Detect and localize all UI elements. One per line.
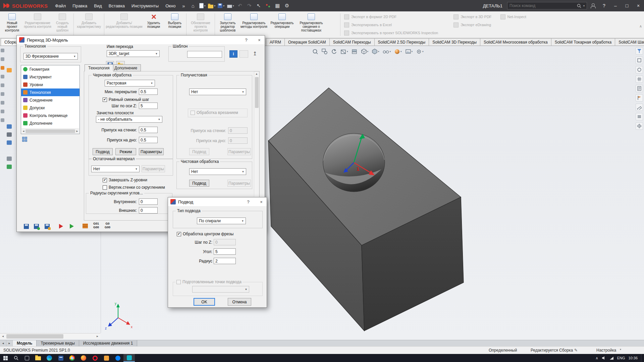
dialog-help-button[interactable]: ?	[241, 36, 252, 44]
search-input[interactable]	[509, 3, 575, 8]
ribbon-edit-inspection-project[interactable]: Редактирование проекта контроля	[23, 12, 52, 37]
combo-arrow-icon[interactable]: ▾	[149, 81, 155, 85]
prepared-points-checkbox[interactable]: Подготовленные точки подвода	[175, 280, 243, 284]
ribbon-update-project[interactable]: Обновление проекта контроля	[187, 12, 214, 37]
info-button[interactable]: i	[229, 50, 237, 58]
taskbar-edge[interactable]	[44, 354, 55, 362]
rest-material-combo[interactable]: Нет▾	[91, 166, 140, 172]
taskbar-file-explorer[interactable]	[32, 354, 44, 362]
combo-arrow-icon[interactable]: ▾	[240, 90, 246, 94]
outer-radius-input[interactable]	[139, 207, 158, 214]
hide-show-items-button[interactable]: ▾	[382, 48, 392, 56]
footer-save-calc-button[interactable]	[32, 223, 40, 230]
roughing-strategy-combo[interactable]: Растровая▾	[105, 80, 155, 86]
maximize-button[interactable]: □	[621, 0, 633, 11]
wall-offset-input[interactable]	[139, 127, 158, 133]
tool-flag-button[interactable]	[636, 94, 643, 102]
tree-item-link[interactable]: Соединение	[21, 96, 79, 104]
combo-arrow-icon[interactable]: ▾	[72, 55, 77, 58]
footer-gcode-button[interactable]	[81, 222, 89, 230]
vertical-walls-checkbox[interactable]: Вертик.стенки со скруглением	[103, 185, 165, 190]
combo-arrow-icon[interactable]: ▾	[156, 118, 162, 121]
ribbon-new-inspection-project[interactable]: Новый проект контроля	[1, 12, 23, 37]
pin-menu-icon[interactable]: »	[179, 1, 188, 10]
start-button[interactable]	[0, 354, 11, 362]
center-milling-checkbox[interactable]: ✔Обработка центром фрезы	[177, 232, 233, 236]
view-orientation-button[interactable]: ▾	[360, 48, 370, 56]
dialog-title-bar[interactable]: Переход 3D-Модель ? ×	[17, 36, 265, 44]
equal-step-checkbox[interactable]: ✔Равный смежный шаг	[103, 97, 149, 102]
home-button[interactable]: ⌂	[189, 1, 197, 10]
options-button[interactable]: ⚙	[282, 1, 291, 10]
menu-file[interactable]: Файл	[52, 0, 69, 11]
checkbox-unchecked-icon[interactable]	[191, 111, 195, 115]
print-button[interactable]: ▾	[226, 1, 235, 10]
tool-layers-button[interactable]	[636, 113, 643, 120]
checkbox-unchecked-icon[interactable]	[176, 280, 181, 284]
dialog-tab-misc[interactable]: Дополнение	[111, 64, 141, 71]
tab-solidcam-templates[interactable]: SolidCAM Шабло	[615, 38, 644, 46]
prepared-points-combo[interactable]: ▾	[192, 286, 249, 293]
display-style-button[interactable]: ▾	[371, 48, 380, 56]
feature-tree-item-icon[interactable]	[7, 157, 12, 161]
ribbon-collapse-icon[interactable]: ∧	[639, 24, 642, 28]
dynamic-slice-button[interactable]	[351, 48, 359, 56]
template-field[interactable]	[187, 51, 222, 58]
feature-tree-item-icon[interactable]	[7, 140, 12, 145]
roughing-lead-button[interactable]: Подвод	[93, 148, 113, 155]
scroll-track[interactable]	[6, 334, 95, 339]
lead-radius-input[interactable]	[214, 258, 236, 264]
tree-item-levels[interactable]: Уровни	[21, 81, 79, 88]
export-excel-button[interactable]: Экспортировать в Excel	[341, 21, 441, 29]
scroll-thumb[interactable]	[255, 77, 259, 108]
tree-hscrollbar[interactable]: ◄ ►	[21, 128, 79, 133]
redo-button[interactable]: ↷	[245, 1, 254, 10]
semifinish-wall-offset-input[interactable]	[228, 127, 248, 134]
status-custom-dropdown-icon[interactable]: ▾	[620, 348, 621, 351]
save-button[interactable]: ▾	[217, 1, 225, 10]
tab-3d-views[interactable]: Трехмерные виды	[37, 340, 79, 346]
net-inspect-button[interactable]: Net-Inspect	[498, 13, 529, 21]
tab-motion-study[interactable]: Исследование движения 1	[79, 340, 138, 346]
tool-grid-button[interactable]	[636, 75, 643, 83]
tree-item-tool[interactable]: Инструмент	[21, 73, 79, 81]
tab-solidcam-multiaxis[interactable]: SolidCAM Многоосевая обработка	[480, 38, 551, 46]
technology-combo[interactable]: 3D Фрезерование▾	[23, 53, 78, 60]
import-template-button[interactable]: ↥	[250, 50, 260, 58]
semifinish-combo[interactable]: Нет▾	[189, 88, 246, 95]
sheet-properties-button[interactable]: ▦	[273, 1, 282, 10]
rebuild-button[interactable]	[264, 1, 272, 10]
menu-insert[interactable]: Вставка	[105, 0, 128, 11]
language-indicator[interactable]: ENG	[617, 356, 625, 360]
roughing-params-button[interactable]: Параметры	[139, 148, 164, 155]
feature-tree-item-icon[interactable]	[7, 124, 12, 129]
panel-strip-icon[interactable]	[1, 110, 4, 113]
operation-name-combo[interactable]: 3DR_target▾	[107, 50, 160, 57]
tabs-scroll-right-icon[interactable]: ►	[6, 340, 13, 346]
tree-item-geometry[interactable]: Геометрия	[21, 65, 79, 73]
combo-arrow-icon[interactable]: ▾	[154, 52, 159, 55]
min-overlap-input[interactable]	[139, 88, 158, 95]
tree-item-technology[interactable]: Технология	[21, 88, 79, 96]
checkbox-checked-icon[interactable]: ✔	[103, 178, 107, 182]
feature-panel-hscrollbar[interactable]: ◄ ►	[0, 333, 100, 339]
checkbox-checked-icon[interactable]: ✔	[177, 232, 181, 236]
footer-simulate-button[interactable]	[68, 223, 76, 230]
bottom-offset-input[interactable]	[139, 137, 158, 143]
lead-zstep-input[interactable]	[214, 239, 236, 245]
panel-strip-icon[interactable]	[1, 57, 4, 61]
combo-arrow-icon[interactable]: ▾	[240, 219, 246, 223]
tool-target-button[interactable]	[636, 122, 643, 130]
tool-sphere-button[interactable]	[636, 66, 643, 73]
footer-save-button[interactable]	[22, 223, 30, 230]
semifinish-lead-button[interactable]: Подвод	[189, 148, 209, 155]
new-document-button[interactable]: ▾	[198, 1, 207, 10]
checkbox-unchecked-icon[interactable]	[103, 185, 107, 190]
ribbon-add-edit-balloons[interactable]: Добавить/редактировать позиции	[105, 12, 143, 37]
checkbox-checked-icon[interactable]: ✔	[103, 98, 107, 102]
status-custom[interactable]: Настройка	[596, 348, 616, 353]
gcode-g0-toggle[interactable]: G0G00	[105, 222, 110, 229]
feature-tree-item-icon[interactable]	[7, 165, 12, 169]
clock[interactable]: 10:36	[628, 356, 638, 360]
tab-solidcam-25d[interactable]: SolidCAM 2.5D Переходы	[374, 38, 429, 46]
